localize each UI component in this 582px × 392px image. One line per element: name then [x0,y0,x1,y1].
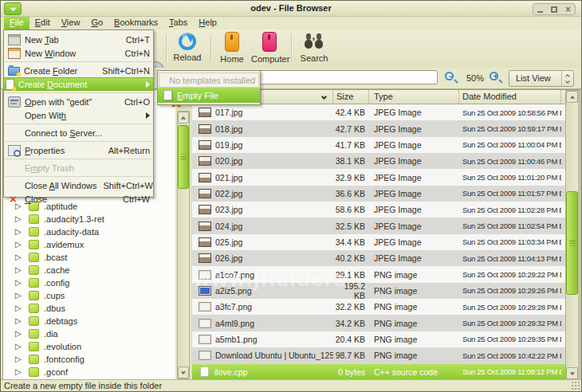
tree-item-debtags[interactable]: .debtags [3,315,175,327]
zoom-out-button[interactable]: − [444,71,460,85]
file-row[interactable]: a3fc7.png32.2 KBPNG imageSun 25 Oct 2009… [192,299,565,315]
expander-icon[interactable] [15,343,23,351]
expander-icon[interactable] [15,355,23,363]
tree-item-config[interactable]: .config [3,276,175,289]
file-row[interactable]: 025.jpg34.4 KBJPEG ImageSun 25 Oct 2009 … [192,234,565,250]
toolbar-separator [210,34,211,61]
scroll-up-button[interactable] [178,112,189,123]
menu-item-close-all-windows[interactable]: Close All WindowsShift+Ctrl+W [4,178,153,192]
menu-shortcut: Shift+Ctrl+W [104,181,153,190]
tree-item-dia[interactable]: .dia [3,327,175,340]
menu-shortcut: Ctrl+W [123,194,150,204]
expander-icon[interactable] [15,368,23,376]
file-row[interactable]: 024.jpg32.5 KBJPEG ImageSun 25 Oct 2009 … [192,218,565,233]
menu-item-new-window[interactable]: New WindowCtrl+N [4,46,153,60]
menu-item-open-with-gedit[interactable]: Open with "gedit"Ctrl+O [4,95,153,108]
toolbar-button-home[interactable]: Home [214,32,250,67]
scroll-down-button[interactable] [566,367,578,379]
file-row[interactable]: 026.jpg40.2 KBJPEG ImageSun 25 Oct 2009 … [192,250,565,266]
file-row[interactable]: Download Ubuntu | Ubuntu_12565...98.7 KB… [192,347,565,363]
scroll-up-button[interactable] [566,91,578,103]
scrollbar-thumb[interactable] [178,125,189,189]
menubar-item-file[interactable]: File [4,17,29,29]
zoom-in-button[interactable]: + [489,71,505,85]
tree-item-avidemux[interactable]: .avidemux [3,238,175,251]
expander-icon[interactable] [15,266,23,274]
file-row[interactable]: 019.jpg41.7 KBJPEG ImageSun 25 Oct 2009 … [192,137,565,153]
menu-item-e-mpty-trash[interactable]: Empty Trash [4,161,153,174]
menubar-item-tabs[interactable]: Tabs [163,17,193,29]
menubar-item-edit[interactable]: Edit [29,17,56,29]
minimize-icon[interactable] [537,11,543,13]
tree-item-fontconfig[interactable]: .fontconfig [3,353,175,366]
file-row[interactable]: a2iz5.png195.2 KBPNG imageSun 25 Oct 200… [192,283,565,299]
view-mode-dropdown[interactable]: List View [509,70,574,87]
expander-icon[interactable] [15,253,23,261]
sidebar-scrollbar[interactable] [177,111,190,379]
expander-icon[interactable] [15,279,23,287]
file-row[interactable]: a4ml9.png34.2 KBPNG imageSun 25 Oct 2009… [192,315,565,331]
menu-item-create-folder[interactable]: Create FolderShift+Ctrl+N [4,64,153,77]
toolbar-button-reload[interactable]: Reload [169,32,206,67]
tree-item-audacity1-3-ret[interactable]: .audacity1.3-ret [3,213,175,225]
menu-separator [5,159,152,159]
file-size: 40.2 KB [333,253,369,263]
submenu-item-empty-file[interactable]: Empty File [158,88,260,103]
file-row[interactable]: a5mb1.png20.4 KBPNG imageSun 25 Oct 2009… [192,331,565,347]
menu-item-close[interactable]: CloseCtrl+W [4,192,153,206]
toolbar-button-computer[interactable]: Computer [251,32,288,67]
column-header-date[interactable]: Date Modified [459,90,561,104]
tree-item-gconf[interactable]: .gconf [3,366,175,378]
file-name-cell: 019.jpg [192,140,333,150]
scrollbar-thumb[interactable] [566,191,578,295]
expander-icon[interactable] [15,304,23,312]
tree-item-audacity-data[interactable]: .audacity-data [3,225,175,238]
file-row[interactable]: 017.jpg42.4 KBJPEG ImageSun 25 Oct 2009 … [192,104,565,120]
toolbar-button-search[interactable]: Search [296,32,332,67]
menu-item-create-document[interactable]: Create Document [4,77,153,91]
submenu-item-no-templates-installed[interactable]: No templates installed [159,73,259,88]
file-size: 0 bytes [333,367,369,377]
menubar-item-go[interactable]: Go [85,17,108,29]
file-row[interactable]: a1co7.png29.1 KBPNG imageSun 25 Oct 2009… [192,266,565,282]
expander-icon[interactable] [15,317,23,325]
expander-icon[interactable] [15,330,23,338]
maximize-icon[interactable] [551,6,557,13]
cpp-file-icon [200,367,209,377]
menubar-item-help[interactable]: Help [193,17,222,29]
file-date: Sun 25 Oct 2009 11:00:04 PM EET [459,140,561,149]
file-row[interactable]: 021.jpg32.9 KBJPEG ImageSun 25 Oct 2009 … [192,169,565,185]
file-row[interactable]: 020.jpg38.1 KBJPEG ImageSun 25 Oct 2009 … [192,153,565,169]
menu-shortcut: Ctrl+T [126,35,150,45]
scroll-down-button[interactable] [178,367,189,378]
list-scrollbar[interactable] [565,90,579,380]
menu-item-properties[interactable]: PropertiesAlt+Return [4,143,153,157]
window-menu-button[interactable] [4,2,22,15]
window: odev - File Browser × FileEditViewGoBook… [0,0,582,392]
menu-item-open-wit-h[interactable]: Open With [4,108,153,122]
file-row[interactable]: ilove.cpp0 bytesC++ source codeSun 25 Oc… [192,364,565,380]
resize-grip[interactable] [571,381,580,390]
file-row[interactable]: 022.jpg36.6 KBJPEG ImageSun 25 Oct 2009 … [192,186,565,202]
window-title: odev - File Browser [49,3,533,13]
tree-item-cache[interactable]: .cache [3,264,175,276]
expander-icon[interactable] [15,215,23,223]
tree-item-evolution[interactable]: .evolution [3,340,175,353]
file-type: PNG image [369,319,459,328]
menu-item-spacer [8,180,21,191]
expander-icon[interactable] [15,292,23,300]
menubar-item-bookmarks[interactable]: Bookmarks [108,17,163,29]
tree-item-cups[interactable]: .cups [3,289,175,302]
menu-item-new-tab[interactable]: New TabCtrl+T [4,33,153,46]
file-row[interactable]: 018.jpg42.7 KBJPEG ImageSun 25 Oct 2009 … [192,120,565,136]
expander-icon[interactable] [15,241,23,249]
tree-item-dbus[interactable]: .dbus [3,302,175,315]
menu-item-connect-to-server[interactable]: Connect to Server... [4,126,153,139]
file-row[interactable]: 023.jpg58.6 KBJPEG ImageSun 25 Oct 2009 … [192,202,565,218]
tree-item-bcast[interactable]: .bcast [3,251,175,264]
column-header-size[interactable]: Size [333,90,369,104]
menubar-item-view[interactable]: View [56,17,86,29]
column-header-type[interactable]: Type [369,90,459,104]
expander-icon[interactable] [15,228,23,236]
close-window-icon[interactable]: × [565,6,571,14]
